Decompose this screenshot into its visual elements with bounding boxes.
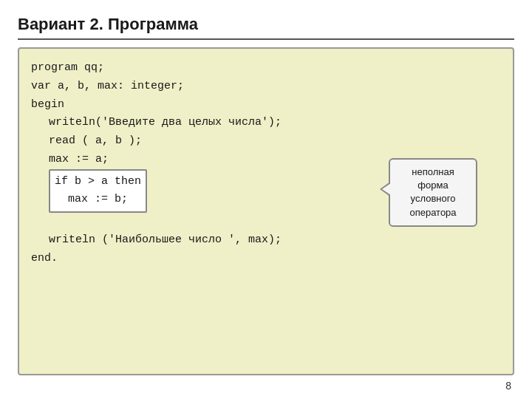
code-line-9: writeln ('Наибольшее число ', max);	[31, 231, 501, 250]
page-title: Вариант 2. Программа	[18, 15, 514, 40]
code-box: program qq; var a, b, max: integer; begi…	[18, 47, 514, 375]
page: Вариант 2. Программа program qq; var a, …	[0, 0, 532, 399]
callout-line3: условного	[411, 193, 456, 204]
callout-line4: оператора	[409, 207, 456, 218]
callout-line1: неполная	[412, 166, 454, 177]
page-number: 8	[18, 380, 514, 392]
code-line-4: writeln('Введите два целых числа');	[31, 114, 501, 132]
callout-line2: форма	[417, 180, 448, 191]
if-block: if b > a then max := b;	[49, 169, 147, 214]
code-line-1: program qq;	[31, 59, 501, 78]
code-line-3: begin	[31, 96, 501, 115]
code-line-2: var a, b, max: integer;	[31, 78, 501, 96]
callout-bubble: неполная форма условного оператора	[389, 158, 477, 227]
code-line-10: end.	[31, 250, 501, 268]
code-line-5: read ( a, b );	[31, 132, 501, 151]
